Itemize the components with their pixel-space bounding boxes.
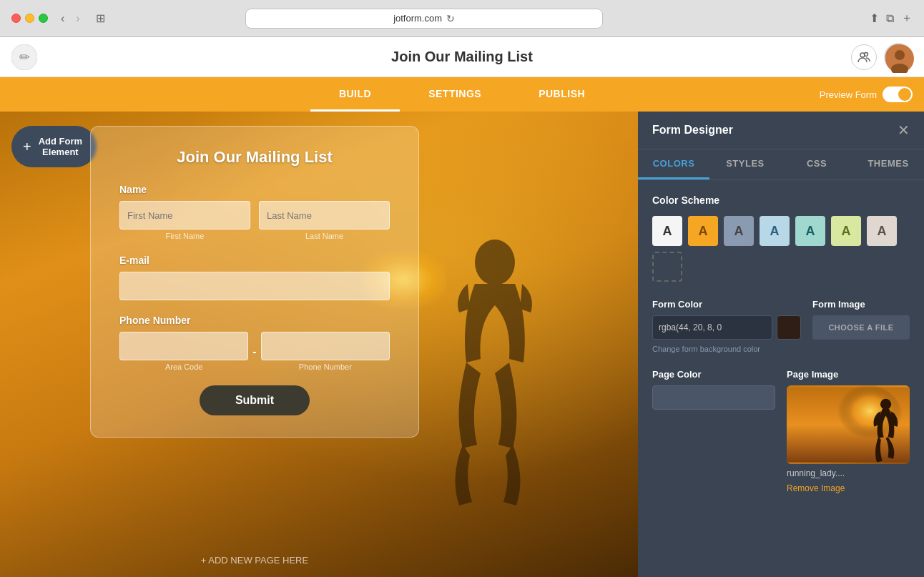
color-scheme-swatches: A A A A A A [652,216,910,282]
last-name-wrap: Last Name [259,201,390,240]
page-color-swatch[interactable] [652,385,775,410]
preview-toggle: Preview Form [820,87,913,102]
minimize-traffic-light[interactable] [25,14,34,23]
page-image-label: Page Image [787,369,910,380]
phone-dash: - [252,345,256,358]
svg-point-7 [475,240,515,285]
browser-right-controls: ⬆ ⧉ ＋ [870,11,913,26]
page-title: Join Our Mailing List [391,49,533,65]
nav-bar: BUILD SETTINGS PUBLISH Preview Form [0,77,924,112]
name-field: Name First Name Last Name [119,184,390,240]
share-button[interactable]: ⬆ [870,11,879,25]
swatch-white[interactable]: A [652,216,682,246]
add-new-page[interactable]: + ADD NEW PAGE HERE [201,555,308,566]
refresh-button[interactable]: ↻ [446,13,455,24]
panel-content: Color Scheme A A A A [638,180,924,577]
app-header: ✏ Join Our Mailing List [0,37,924,77]
svg-point-10 [880,399,891,410]
preview-label: Preview Form [820,89,877,100]
phone-number-input[interactable] [261,332,390,360]
swatch-light-blue[interactable]: A [760,216,790,246]
close-traffic-light[interactable] [11,14,21,23]
phone-number-sublabel: Phone Number [261,363,390,371]
form-color-label: Form Color [652,299,801,310]
remove-image-button[interactable]: Remove Image [787,483,845,493]
email-field: E-mail [119,255,390,300]
form-image-label: Form Image [812,299,910,310]
url-bar[interactable]: jotform.com ↻ [245,9,603,29]
sidebar-toggle-button[interactable]: ⊞ [93,9,108,28]
browser-nav-buttons: ‹ › [56,9,84,28]
nav-tabs: BUILD SETTINGS PUBLISH [310,77,614,112]
tab-build[interactable]: BUILD [310,77,400,112]
phone-inputs: Area Code - Phone Number [119,332,390,371]
background-silhouette [395,112,595,577]
forward-button[interactable]: › [72,9,84,28]
swatch-yellow-green[interactable]: A [831,216,861,246]
name-inputs: First Name Last Name [119,201,390,240]
area-code-input[interactable] [119,332,248,360]
swatch-orange[interactable]: A [688,216,718,246]
submit-button[interactable]: Submit [200,385,310,415]
svg-point-5 [895,50,905,60]
swatch-warm-gray[interactable]: A [867,216,897,246]
swatch-gray[interactable]: A [724,216,754,246]
tab-settings[interactable]: SETTINGS [400,77,510,112]
email-field-label: E-mail [119,255,390,266]
split-view-button[interactable]: ⧉ [886,12,894,25]
email-input[interactable] [119,272,390,300]
preview-toggle-switch[interactable] [883,87,913,102]
phone-field: Phone Number Area Code - Phone Number [119,315,390,371]
form-card: Join Our Mailing List Name First Name La… [90,126,419,438]
main-area: + Add FormElement Join Our Mailing List … [0,112,924,577]
browser-chrome: ‹ › ⊞ jotform.com ↻ ⬆ ⧉ ＋ [0,0,924,37]
maximize-traffic-light[interactable] [39,14,48,23]
header-right [851,43,913,71]
users-button[interactable] [851,44,877,70]
first-name-sublabel: First Name [119,232,250,240]
page-image-preview [787,385,910,464]
form-canvas: + Add FormElement Join Our Mailing List … [0,112,638,577]
form-color-input-row [652,315,801,340]
tab-css[interactable]: CSS [781,149,852,179]
page-image-section: Page Image [787,369,910,494]
form-color-hint: Change form background color [652,344,801,355]
user-avatar[interactable] [884,43,913,71]
back-button[interactable]: ‹ [56,9,69,28]
add-form-element-button[interactable]: + Add FormElement [11,126,97,167]
form-color-input[interactable] [652,315,772,340]
last-name-input[interactable] [259,201,390,230]
area-code-wrap: Area Code [119,332,248,371]
panel-tabs: COLORS STYLES CSS THEMES [638,149,924,180]
phone-number-wrap: Phone Number [261,332,390,371]
panel-close-button[interactable]: ✕ [898,123,910,137]
form-card-title: Join Our Mailing List [119,148,390,167]
phone-field-label: Phone Number [119,315,390,326]
new-tab-button[interactable]: ＋ [901,11,913,26]
add-form-label: Add FormElement [39,136,82,157]
traffic-lights [11,14,48,23]
area-code-sublabel: Area Code [119,363,248,371]
form-color-image-row: Form Color Change form background color … [652,299,910,355]
choose-file-button[interactable]: CHOOSE A FILE [812,315,910,340]
svg-point-3 [865,52,868,56]
tab-colors[interactable]: COLORS [638,149,709,179]
tab-publish[interactable]: PUBLISH [510,77,614,112]
form-image-section: Form Image CHOOSE A FILE [812,299,910,355]
form-designer-panel: Form Designer ✕ COLORS STYLES CSS THEMES… [638,112,924,577]
tab-themes[interactable]: THEMES [852,149,924,179]
first-name-input[interactable] [119,201,250,230]
last-name-sublabel: Last Name [259,232,390,240]
add-plus-icon: + [23,139,31,155]
page-color-label: Page Color [652,369,775,380]
page-color-section: Page Color [652,369,775,410]
name-field-label: Name [119,184,390,195]
swatch-custom[interactable] [652,252,682,282]
swatch-teal[interactable]: A [795,216,825,246]
svg-text:✏: ✏ [19,50,30,64]
form-color-swatch[interactable] [777,315,801,340]
panel-title: Form Designer [652,124,733,137]
tab-styles[interactable]: STYLES [709,149,781,179]
first-name-wrap: First Name [119,201,250,240]
app-logo: ✏ [11,44,37,70]
